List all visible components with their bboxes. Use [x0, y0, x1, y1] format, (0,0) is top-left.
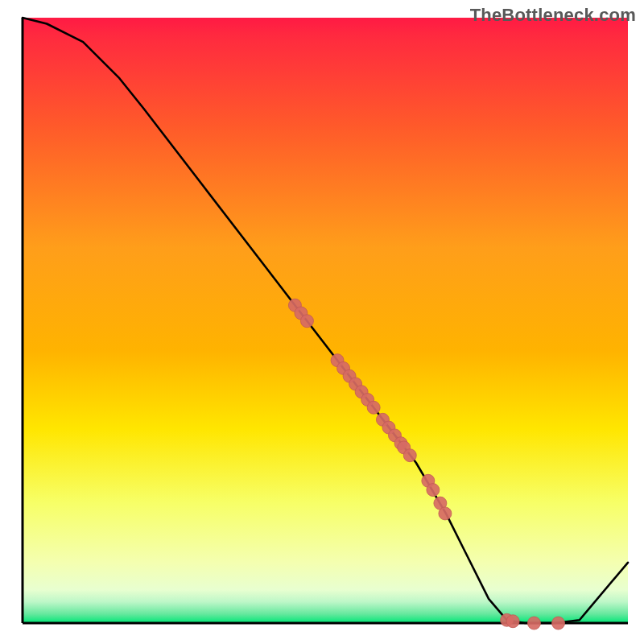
chart-container: TheBottleneck.com	[0, 0, 644, 644]
watermark-text: TheBottleneck.com	[470, 5, 636, 26]
data-point	[552, 617, 565, 630]
data-point	[367, 401, 380, 414]
data-point	[506, 615, 519, 628]
data-point	[439, 507, 452, 520]
data-point	[527, 617, 540, 630]
data-point	[403, 449, 416, 462]
plot-background	[23, 18, 628, 623]
data-point	[300, 315, 313, 328]
data-point	[427, 484, 440, 497]
bottleneck-chart	[0, 0, 644, 644]
